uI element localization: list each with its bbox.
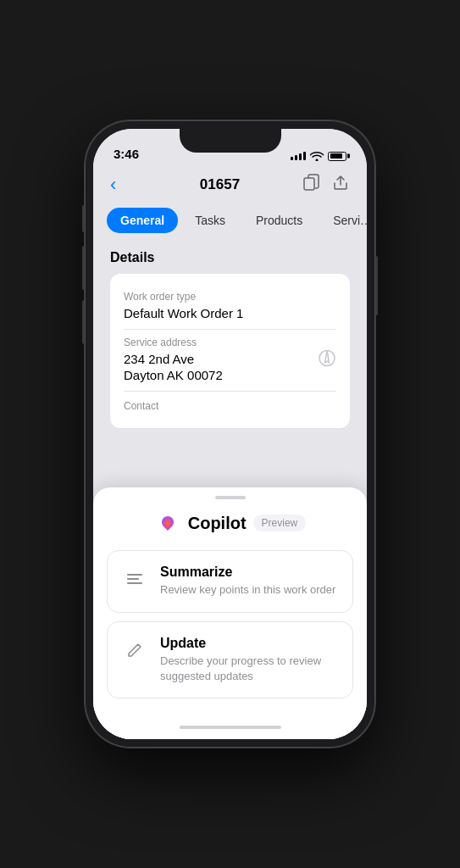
preview-badge: Preview (253, 515, 307, 531)
contact-item: Contact (124, 391, 336, 418)
navigation-icon[interactable] (318, 348, 336, 371)
service-address-line1: 234 2nd Ave (124, 351, 311, 368)
contact-label: Contact (124, 400, 336, 412)
details-heading: Details (110, 250, 350, 265)
phone-screen: 3:46 (93, 129, 367, 739)
mute-button (82, 205, 85, 232)
drag-handle-area[interactable] (93, 487, 367, 504)
summarize-icon (127, 574, 142, 584)
action-cards-container: Summarize Review key points in this work… (93, 550, 367, 715)
copilot-bottom-sheet: Copilot Preview (93, 487, 367, 739)
home-indicator (93, 715, 367, 739)
tab-service[interactable]: Servi… (319, 208, 367, 233)
share-icon[interactable] (331, 173, 350, 196)
status-icons (291, 151, 346, 161)
status-time: 3:46 (114, 147, 139, 161)
service-address-line2: Dayton AK 00072 (124, 367, 311, 384)
service-address-item: Service address 234 2nd Ave Dayton AK 00… (124, 329, 336, 391)
pencil-icon (127, 643, 142, 658)
power-button (375, 256, 378, 315)
volume-down-button (82, 300, 85, 344)
back-button[interactable]: ‹ (110, 174, 137, 196)
copilot-logo-icon (154, 509, 181, 537)
drag-handle (215, 496, 246, 499)
service-address-label: Service address (124, 337, 311, 348)
copilot-header: Copilot Preview (93, 504, 367, 550)
copy-icon[interactable] (302, 173, 321, 196)
notch (180, 129, 281, 153)
summarize-icon-container (121, 565, 148, 593)
app-content: ‹ 01657 (93, 166, 367, 739)
update-icon-container (121, 637, 148, 664)
details-section: Details Work order type Default Work Ord… (93, 240, 367, 435)
update-title: Update (160, 636, 339, 651)
home-bar (180, 726, 281, 729)
battery-icon (328, 152, 346, 161)
page-title: 01657 (200, 176, 240, 193)
update-card[interactable]: Update Describe your progress to review … (107, 621, 353, 698)
work-order-type-item: Work order type Default Work Order 1 (124, 284, 336, 329)
summarize-text: Summarize Review key points in this work… (160, 565, 339, 598)
update-text: Update Describe your progress to review … (160, 636, 339, 684)
copilot-title: Copilot (188, 514, 247, 533)
tabs-container: General Tasks Products Servi… (93, 203, 367, 240)
summarize-description: Review key points in this work order (160, 582, 339, 598)
update-description: Describe your progress to review suggest… (160, 654, 339, 684)
tab-products[interactable]: Products (242, 208, 316, 233)
signal-icon (291, 152, 306, 160)
volume-up-button (82, 246, 85, 290)
svg-rect-0 (304, 178, 314, 190)
nav-header: ‹ 01657 (93, 166, 367, 203)
summarize-title: Summarize (160, 565, 339, 580)
summarize-card[interactable]: Summarize Review key points in this work… (107, 550, 353, 612)
wifi-icon (310, 151, 324, 161)
tab-general[interactable]: General (107, 208, 178, 233)
tab-tasks[interactable]: Tasks (181, 208, 239, 233)
work-order-type-value: Default Work Order 1 (124, 305, 336, 322)
work-order-type-label: Work order type (124, 291, 336, 303)
details-card: Work order type Default Work Order 1 Ser… (110, 274, 350, 428)
phone-device: 3:46 (85, 120, 375, 748)
nav-actions (302, 173, 350, 196)
